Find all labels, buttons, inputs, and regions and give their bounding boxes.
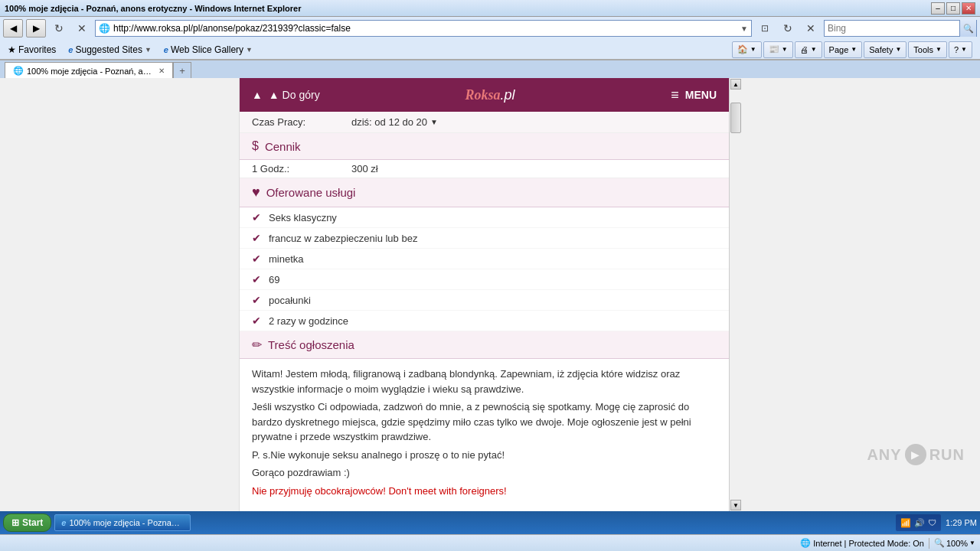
tab-bar: 🌐 100% moje zdjęcia - Poznań, anons erot… [0, 60, 980, 79]
network-icon: 📶 [900, 518, 911, 528]
new-tab-button[interactable]: + [173, 62, 191, 79]
hamburger-icon[interactable]: ≡ [671, 87, 679, 103]
check-icon-5: ✔ [252, 294, 261, 306]
zone-text: Internet | Protected Mode: On [813, 539, 924, 548]
pencil-icon: ✏ [252, 337, 262, 352]
taskbar-ie-item[interactable]: e 100% moje zdjęcia - Poznań, anons erot… [54, 514, 191, 531]
triangle-icon: ▲ [252, 89, 263, 101]
scroll-down-button[interactable]: ▼ [730, 500, 741, 510]
uslugi-title: Oferowane usługi [266, 186, 356, 199]
safety-button[interactable]: Safety ▼ [864, 41, 906, 58]
dropdown-arrow-icon[interactable]: ▼ [430, 118, 438, 126]
cennik-row: 1 Godz.: 300 zł [240, 160, 729, 178]
do-gory-label[interactable]: ▲ Do góry [269, 89, 320, 101]
service-text-1: Seks klasyczny [269, 212, 337, 223]
address-bar[interactable]: 🌐 ▼ [95, 20, 752, 37]
logo-text: Roksa [465, 87, 500, 103]
service-text-4: 69 [269, 274, 279, 285]
stop-button[interactable]: ✕ [72, 19, 92, 37]
check-icon-1: ✔ [252, 211, 261, 223]
web-slice-arrow-icon: ▼ [246, 46, 253, 54]
service-text-3: minetka [269, 253, 304, 265]
refresh-button[interactable]: ↻ [49, 19, 69, 37]
content-area: ▲ ▲ Do góry Roksa.pl ≡ MENU Czas Pracy: … [0, 78, 980, 511]
check-icon-6: ✔ [252, 315, 261, 327]
suggested-sites-button[interactable]: e Suggested Sites ▼ [65, 44, 154, 56]
safety-arrow-icon: ▼ [895, 46, 901, 53]
status-zoom: 🔍 100% ▼ [934, 538, 975, 548]
check-icon-2: ✔ [252, 232, 261, 244]
clock: 1:29 PM [946, 518, 977, 527]
help-button[interactable]: ? ▼ [949, 41, 972, 58]
search-input[interactable] [825, 23, 959, 34]
web-slice-icon: e [164, 45, 168, 54]
print-button[interactable]: 🖨 ▼ [795, 41, 822, 58]
tab-label: 100% moje zdjęcia - Poznań, anons erotyc… [27, 67, 155, 76]
favorites-button[interactable]: ★ Favorites [5, 44, 59, 56]
tab-ie-icon: 🌐 [13, 66, 24, 76]
scroll-thumb[interactable] [730, 103, 741, 133]
warning-text: Nie przyjmuję obcokrajowców! Don't meet … [252, 484, 717, 499]
scroll-track[interactable] [730, 90, 741, 499]
back-button[interactable]: ◀ [3, 19, 23, 37]
feeds-button[interactable]: 📰 ▼ [763, 41, 793, 58]
taskbar-right: 📶 🔊 🛡 1:29 PM [896, 514, 977, 531]
web-slice-button[interactable]: e Web Slice Gallery ▼ [161, 44, 256, 56]
uslugi-header: ♥ Oferowane usługi [240, 178, 729, 207]
service-text-2: francuz w zabezpieczeniu lub bez [269, 233, 417, 244]
service-item-5: ✔ pocałunki [240, 290, 729, 311]
dollar-icon: $ [252, 139, 259, 153]
czas-pracy-label: Czas Pracy: [252, 116, 351, 128]
page-logo: Roksa.pl [465, 87, 514, 103]
tresc-para-4: Gorąco pozdrawiam :) [252, 465, 717, 481]
godz-value: 300 zł [351, 163, 378, 174]
start-button[interactable]: ⊞ Start [3, 514, 51, 532]
ie-command-bar: 🏠 ▼ 📰 ▼ 🖨 ▼ Page ▼ Safety ▼ Tools ▼ ? ▼ [729, 41, 975, 58]
menu-label[interactable]: MENU [685, 89, 717, 101]
tresc-title: Treść ogłoszenia [268, 338, 354, 351]
home-button[interactable]: 🏠 ▼ [732, 41, 762, 58]
tools-button[interactable]: Tools ▼ [908, 41, 947, 58]
favorites-label: Favorites [18, 44, 56, 55]
active-tab[interactable]: 🌐 100% moje zdjęcia - Poznań, anons erot… [5, 62, 173, 79]
service-item-3: ✔ minetka [240, 249, 729, 269]
security-icon: 🛡 [928, 518, 936, 527]
search-button[interactable]: 🔍 [959, 20, 976, 37]
close-button[interactable]: ✕ [962, 2, 975, 15]
address-dropdown-icon[interactable]: ▼ [740, 24, 748, 33]
globe-icon: 🌐 [800, 538, 811, 548]
taskbar-ie-icon: e [61, 518, 66, 527]
page-button[interactable]: Page ▼ [824, 41, 863, 58]
service-text-6: 2 razy w godzince [269, 315, 348, 327]
services-list: ✔ Seks klasyczny ✔ francuz w zabezpiecze… [240, 207, 729, 331]
star-icon: ★ [8, 44, 16, 55]
compat-button[interactable]: ⊡ [755, 19, 775, 37]
zoom-arrow-icon[interactable]: ▼ [969, 540, 975, 546]
forward-button[interactable]: ▶ [26, 19, 46, 37]
refresh-nav-button[interactable]: ↻ [778, 19, 798, 37]
tab-close-button[interactable]: ✕ [158, 67, 165, 75]
taskbar-window-label: 100% moje zdjęcia - Poznań, anons erotyc… [69, 518, 184, 527]
page-nav-left: ▲ ▲ Do góry [252, 89, 320, 101]
minimize-button[interactable]: – [931, 2, 945, 15]
zoom-value: 100% [946, 539, 968, 548]
page-nav: ▲ ▲ Do góry Roksa.pl ≡ MENU [240, 78, 729, 112]
heart-icon: ♥ [252, 184, 260, 201]
toolbar-area: ◀ ▶ ↻ ✕ 🌐 ▼ ⊡ ↻ ✕ 🔍 ★ Favorites e Sugges… [0, 17, 980, 60]
stop-nav-button[interactable]: ✕ [801, 19, 821, 37]
watermark-run-text: RUN [929, 446, 965, 464]
service-item-4: ✔ 69 [240, 269, 729, 290]
page-wrapper: ▲ ▲ Do góry Roksa.pl ≡ MENU Czas Pracy: … [0, 78, 980, 511]
window-title: 100% moje zdjęcia - Poznań, anons erotyc… [5, 4, 301, 13]
windows-icon: ⊞ [11, 517, 19, 528]
address-input[interactable] [113, 23, 740, 34]
scrollbar[interactable]: ▲ ▼ [729, 78, 741, 511]
taskbar: ⊞ Start e 100% moje zdjęcia - Poznań, an… [0, 511, 980, 534]
safety-label: Safety [869, 45, 893, 54]
scroll-up-button[interactable]: ▲ [730, 79, 741, 90]
watermark-text: ANY [867, 446, 901, 464]
maximize-button[interactable]: □ [946, 2, 960, 15]
left-sidebar [0, 78, 239, 511]
cennik-header: $ Cennik [240, 133, 729, 160]
title-bar: 100% moje zdjęcia - Poznań, anons erotyc… [0, 0, 980, 17]
